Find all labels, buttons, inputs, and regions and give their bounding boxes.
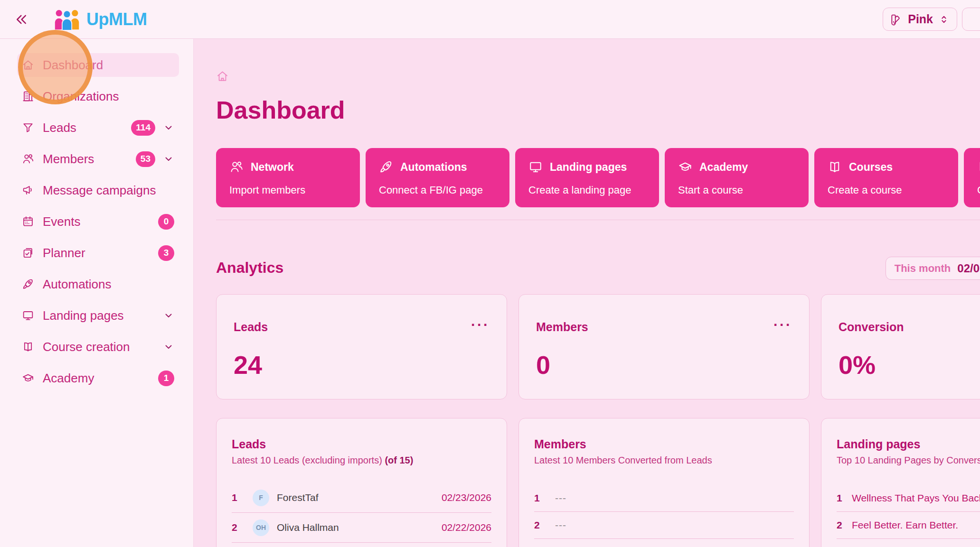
sidebar-item-dashboard[interactable]: Dashboard [17,53,179,77]
quick-action-network[interactable]: Network Import members [216,148,360,207]
section-divider [216,220,980,220]
clipboard-check-icon [22,247,34,259]
theme-select-button[interactable]: Pink [883,8,957,31]
ellipsis-menu-icon[interactable]: ··· [773,320,792,330]
main-content: Dashboard Network Import members Automat… [194,38,980,547]
funnel-icon [22,121,34,134]
breadcrumb-home-icon[interactable] [216,70,980,83]
analytics-stats-row: Leads ··· 24 Members ··· 0 Conversion 0% [216,294,980,399]
quick-action-academy[interactable]: Academy Start a course [665,148,809,207]
analytics-section-title: Analytics [216,259,283,277]
swatch-icon [890,13,902,26]
quick-action-landing-pages[interactable]: Landing pages Create a landing page [515,148,659,207]
sidebar-item-members[interactable]: Members 53 [17,147,179,171]
rocket-icon [379,160,393,174]
app-logo: UpMLM [53,9,147,30]
sidebar-item-organizations[interactable]: Organizations [17,84,179,108]
monitor-icon [528,160,543,174]
sidebar-item-course-creation[interactable]: Course creation [17,335,179,359]
graduation-cap-icon [678,160,692,174]
analytics-header: Analytics This month 02/0 [216,257,980,279]
select-chevrons-icon [939,14,949,25]
sidebar: Dashboard Organizations Leads 114 Member… [0,38,194,547]
member-list-item: 1 --- [534,485,794,512]
app-title: UpMLM [86,9,147,29]
graduation-cap-icon [22,372,34,384]
member-list-item: 2 --- [534,512,794,539]
collapse-sidebar-icon[interactable] [14,12,28,27]
sidebar-item-automations[interactable]: Automations [17,272,179,296]
avatar: OH [253,519,269,536]
users-icon [22,153,34,165]
theme-label: Pink [908,12,933,26]
lead-list-item[interactable]: 1 F ForestTaf 02/23/2026 [232,483,491,513]
conversion-stat-value: 0% [839,350,980,380]
leads-count-badge: 114 [131,120,155,136]
top-header: UpMLM Pink [0,0,980,39]
planner-count-badge: 3 [158,245,174,261]
building-icon [22,90,34,102]
analytics-lists-row: Leads Latest 10 Leads (excluding imports… [216,418,980,547]
ellipsis-menu-icon[interactable]: ··· [471,320,490,330]
leads-list-card: Leads Latest 10 Leads (excluding imports… [216,418,507,547]
landing-page-list-item[interactable]: 2 Feel Better. Earn Better. [837,512,980,539]
academy-count-badge: 1 [158,371,174,386]
monitor-icon [22,309,34,322]
period-select-button[interactable]: This month 02/0 [886,257,980,280]
landing-page-list-item[interactable]: 1 Wellness That Pays You Back [837,485,980,512]
members-stat-value: 0 [536,350,792,380]
chevron-down-icon[interactable] [163,153,174,165]
rocket-icon [22,278,34,290]
header-actions: Pink [883,8,980,31]
page-title: Dashboard [216,97,980,123]
quick-action-automations[interactable]: Automations Connect a FB/IG page [366,148,509,207]
upmlm-logo-icon [53,9,81,30]
calendar-icon [22,215,34,228]
sidebar-item-landing-pages[interactable]: Landing pages [17,304,179,327]
stat-card-members: Members ··· 0 [518,294,810,399]
quick-action-partial[interactable]: C [964,148,980,207]
sidebar-item-events[interactable]: Events 0 [17,210,179,233]
chevron-down-icon[interactable] [163,341,174,352]
landing-pages-list-card: Landing pages Top 10 Landing Pages by Co… [821,418,980,547]
lead-list-item[interactable]: 2 OH Oliva Hallman 02/22/2026 [232,513,491,543]
app-window: UpMLM Pink Dashboard Organizations [0,0,980,547]
book-icon [828,160,842,174]
sidebar-item-leads[interactable]: Leads 114 [17,116,179,139]
members-list-card: Members Latest 10 Members Converted from… [518,418,810,547]
book-icon [22,341,34,353]
megaphone-icon [22,184,34,196]
quick-actions-row: Network Import members Automations Conne… [216,148,980,207]
quick-action-courses[interactable]: Courses Create a course [814,148,958,207]
chevron-down-icon[interactable] [163,310,174,321]
stat-card-conversion: Conversion 0% [821,294,980,399]
users-icon [229,160,244,174]
card-icon [977,160,980,174]
avatar: F [253,490,269,506]
events-count-badge: 0 [158,214,174,230]
leads-stat-value: 24 [234,350,490,380]
header-partial-button[interactable] [962,8,980,31]
chevron-down-icon[interactable] [163,122,174,133]
home-icon [22,59,34,71]
sidebar-item-academy[interactable]: Academy 1 [17,366,179,390]
sidebar-item-message-campaigns[interactable]: Message campaigns [17,178,179,202]
stat-card-leads: Leads ··· 24 [216,294,507,399]
sidebar-item-planner[interactable]: Planner 3 [17,241,179,265]
members-count-badge: 53 [136,151,155,167]
